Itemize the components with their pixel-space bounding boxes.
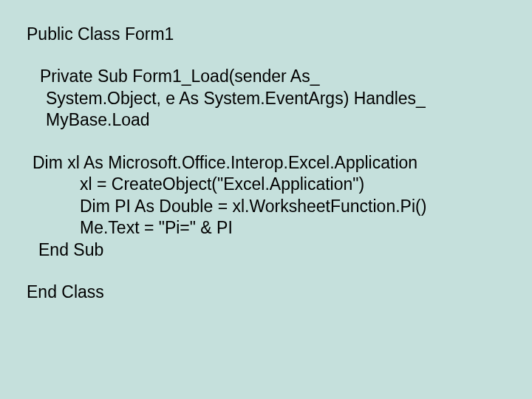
- code-class-open: Public Class Form1: [0, 24, 532, 45]
- code-assign-xl: xl = CreateObject("Excel.Application"): [0, 174, 532, 195]
- code-me-text: Me.Text = "Pi=" & PI: [0, 217, 532, 239]
- code-end-sub: End Sub: [0, 239, 532, 261]
- code-sub-sig-3: MyBase.Load: [0, 109, 532, 131]
- code-dim-xl: Dim xl As Microsoft.Office.Interop.Excel…: [0, 152, 532, 174]
- code-sub-sig-2: System.Object, e As System.EventArgs) Ha…: [0, 88, 532, 109]
- code-class-close: End Class: [0, 282, 532, 303]
- code-dim-pi: Dim PI As Double = xl.WorksheetFunction.…: [0, 196, 532, 217]
- code-sub-sig-1: Private Sub Form1_Load(sender As_: [0, 66, 532, 87]
